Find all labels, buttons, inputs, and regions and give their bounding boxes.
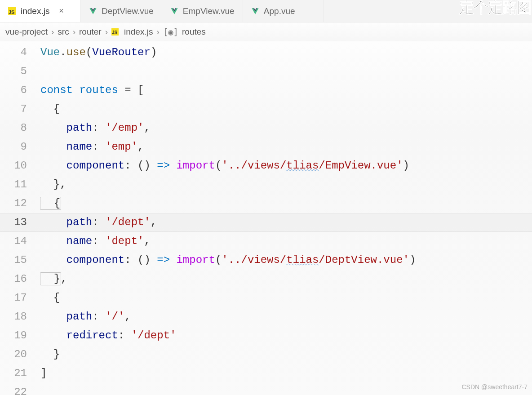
tab-label: App.vue <box>264 6 295 16</box>
js-icon: JS <box>8 7 16 15</box>
vue-icon <box>170 7 178 15</box>
code-content[interactable]: Vue.use(VueRouter) const routes = [ { pa… <box>40 41 416 395</box>
symbol-icon: [◉] <box>163 27 178 37</box>
tab-index-js[interactable]: JS index.js × <box>0 0 81 22</box>
breadcrumb: vue-project › src › router › JS index.js… <box>0 22 532 41</box>
close-icon[interactable]: × <box>58 6 65 16</box>
tab-appvue[interactable]: App.vue <box>243 0 324 22</box>
breadcrumb-item[interactable]: router <box>79 27 102 37</box>
tab-label: index.js <box>21 6 49 16</box>
line-gutter: 45678910111213141516171819202122 <box>0 41 40 395</box>
chevron-right-icon: › <box>73 27 75 37</box>
tab-deptview[interactable]: DeptView.vue <box>81 0 162 22</box>
tab-label: DeptView.vue <box>102 6 154 16</box>
code-editor[interactable]: 45678910111213141516171819202122 Vue.use… <box>0 41 532 395</box>
chevron-right-icon: › <box>51 27 54 37</box>
tab-label: EmpView.vue <box>183 6 235 16</box>
breadcrumb-item[interactable]: src <box>58 27 69 37</box>
chevron-right-icon: › <box>156 27 159 37</box>
watermark: CSDN @sweetheart7-7 <box>462 383 528 391</box>
chevron-right-icon: › <box>105 27 108 37</box>
breadcrumb-item[interactable]: vue-project <box>5 27 48 37</box>
breadcrumb-item[interactable]: routes <box>182 27 206 37</box>
vue-icon <box>251 7 259 15</box>
tab-empview[interactable]: EmpView.vue <box>162 0 243 22</box>
tab-bar: JS index.js × DeptView.vue EmpView.vue A… <box>0 0 532 22</box>
breadcrumb-item[interactable]: index.js <box>124 27 153 37</box>
js-icon: JS <box>111 28 119 36</box>
vue-icon <box>89 7 97 15</box>
overlay-text: 定个定路图 <box>459 0 531 18</box>
